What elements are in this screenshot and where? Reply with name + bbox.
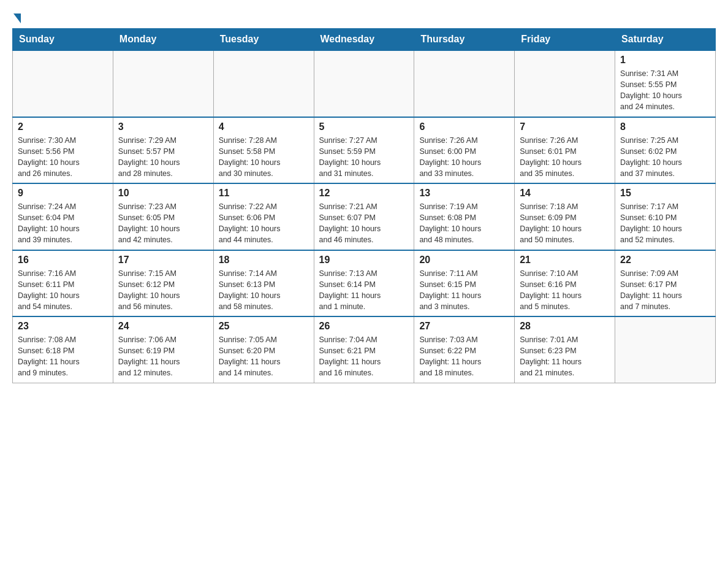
day-number: 13: [419, 188, 509, 199]
calendar-cell: 23Sunrise: 7:08 AM Sunset: 6:18 PM Dayli…: [13, 316, 113, 383]
day-number: 12: [319, 188, 409, 199]
calendar-week-row: 16Sunrise: 7:16 AM Sunset: 6:11 PM Dayli…: [13, 250, 716, 317]
day-info: Sunrise: 7:19 AM Sunset: 6:08 PM Dayligh…: [419, 201, 509, 246]
day-info: Sunrise: 7:29 AM Sunset: 5:57 PM Dayligh…: [118, 135, 208, 180]
day-number: 28: [520, 321, 610, 332]
weekday-header-thursday: Thursday: [414, 29, 515, 51]
calendar-cell: 5Sunrise: 7:27 AM Sunset: 5:59 PM Daylig…: [314, 117, 414, 184]
day-number: 5: [319, 121, 409, 132]
calendar-cell: 16Sunrise: 7:16 AM Sunset: 6:11 PM Dayli…: [13, 250, 113, 317]
calendar-cell: 2Sunrise: 7:30 AM Sunset: 5:56 PM Daylig…: [13, 117, 113, 184]
calendar-cell: 22Sunrise: 7:09 AM Sunset: 6:17 PM Dayli…: [615, 250, 716, 317]
day-info: Sunrise: 7:21 AM Sunset: 6:07 PM Dayligh…: [319, 201, 409, 246]
calendar-cell: 26Sunrise: 7:04 AM Sunset: 6:21 PM Dayli…: [314, 316, 414, 383]
day-number: 18: [219, 255, 309, 266]
day-number: 25: [219, 321, 309, 332]
day-info: Sunrise: 7:23 AM Sunset: 6:05 PM Dayligh…: [118, 201, 208, 246]
day-info: Sunrise: 7:05 AM Sunset: 6:20 PM Dayligh…: [219, 334, 309, 379]
day-info: Sunrise: 7:08 AM Sunset: 6:18 PM Dayligh…: [18, 334, 108, 379]
day-number: 24: [118, 321, 208, 332]
calendar-cell: 28Sunrise: 7:01 AM Sunset: 6:23 PM Dayli…: [515, 316, 615, 383]
day-info: Sunrise: 7:26 AM Sunset: 6:00 PM Dayligh…: [419, 135, 509, 180]
calendar-cell: 19Sunrise: 7:13 AM Sunset: 6:14 PM Dayli…: [314, 250, 414, 317]
day-number: 11: [219, 188, 309, 199]
day-number: 9: [18, 188, 108, 199]
calendar-cell: [213, 50, 314, 117]
calendar-cell: 21Sunrise: 7:10 AM Sunset: 6:16 PM Dayli…: [515, 250, 615, 317]
calendar-cell: 6Sunrise: 7:26 AM Sunset: 6:00 PM Daylig…: [414, 117, 515, 184]
day-number: 10: [118, 188, 208, 199]
day-info: Sunrise: 7:14 AM Sunset: 6:13 PM Dayligh…: [219, 268, 309, 313]
day-number: 15: [620, 188, 710, 199]
day-info: Sunrise: 7:18 AM Sunset: 6:09 PM Dayligh…: [520, 201, 610, 246]
day-info: Sunrise: 7:06 AM Sunset: 6:19 PM Dayligh…: [118, 334, 208, 379]
day-number: 19: [319, 255, 409, 266]
calendar-week-row: 1Sunrise: 7:31 AM Sunset: 5:55 PM Daylig…: [13, 50, 716, 117]
day-info: Sunrise: 7:04 AM Sunset: 6:21 PM Dayligh…: [319, 334, 409, 379]
calendar-table: SundayMondayTuesdayWednesdayThursdayFrid…: [12, 28, 716, 383]
calendar-cell: [314, 50, 414, 117]
calendar-cell: 4Sunrise: 7:28 AM Sunset: 5:58 PM Daylig…: [213, 117, 314, 184]
weekday-header-saturday: Saturday: [615, 29, 716, 51]
day-number: 4: [219, 121, 309, 132]
day-info: Sunrise: 7:01 AM Sunset: 6:23 PM Dayligh…: [520, 334, 610, 379]
logo-arrow-icon: [13, 13, 21, 23]
calendar-cell: 18Sunrise: 7:14 AM Sunset: 6:13 PM Dayli…: [213, 250, 314, 317]
weekday-header-friday: Friday: [515, 29, 615, 51]
day-info: Sunrise: 7:09 AM Sunset: 6:17 PM Dayligh…: [620, 268, 710, 313]
calendar-cell: 3Sunrise: 7:29 AM Sunset: 5:57 PM Daylig…: [113, 117, 213, 184]
day-number: 16: [18, 255, 108, 266]
calendar-week-row: 2Sunrise: 7:30 AM Sunset: 5:56 PM Daylig…: [13, 117, 716, 184]
calendar-cell: 12Sunrise: 7:21 AM Sunset: 6:07 PM Dayli…: [314, 183, 414, 250]
calendar-cell: 7Sunrise: 7:26 AM Sunset: 6:01 PM Daylig…: [515, 117, 615, 184]
day-number: 8: [620, 121, 710, 132]
day-number: 23: [18, 321, 108, 332]
calendar-cell: 8Sunrise: 7:25 AM Sunset: 6:02 PM Daylig…: [615, 117, 716, 184]
calendar-cell: 24Sunrise: 7:06 AM Sunset: 6:19 PM Dayli…: [113, 316, 213, 383]
day-info: Sunrise: 7:11 AM Sunset: 6:15 PM Dayligh…: [419, 268, 509, 313]
calendar-week-row: 9Sunrise: 7:24 AM Sunset: 6:04 PM Daylig…: [13, 183, 716, 250]
day-number: 6: [419, 121, 509, 132]
day-info: Sunrise: 7:24 AM Sunset: 6:04 PM Dayligh…: [18, 201, 108, 246]
calendar-cell: 9Sunrise: 7:24 AM Sunset: 6:04 PM Daylig…: [13, 183, 113, 250]
calendar-cell: 1Sunrise: 7:31 AM Sunset: 5:55 PM Daylig…: [615, 50, 716, 117]
day-info: Sunrise: 7:26 AM Sunset: 6:01 PM Dayligh…: [520, 135, 610, 180]
day-number: 1: [620, 55, 710, 66]
calendar-cell: 20Sunrise: 7:11 AM Sunset: 6:15 PM Dayli…: [414, 250, 515, 317]
weekday-header-monday: Monday: [113, 29, 213, 51]
calendar-cell: [113, 50, 213, 117]
calendar-cell: [615, 316, 716, 383]
day-info: Sunrise: 7:28 AM Sunset: 5:58 PM Dayligh…: [219, 135, 309, 180]
calendar-cell: [414, 50, 515, 117]
day-info: Sunrise: 7:22 AM Sunset: 6:06 PM Dayligh…: [219, 201, 309, 246]
calendar-cell: [13, 50, 113, 117]
day-number: 20: [419, 255, 509, 266]
weekday-header-sunday: Sunday: [13, 29, 113, 51]
day-info: Sunrise: 7:30 AM Sunset: 5:56 PM Dayligh…: [18, 135, 108, 180]
day-info: Sunrise: 7:17 AM Sunset: 6:10 PM Dayligh…: [620, 201, 710, 246]
day-info: Sunrise: 7:10 AM Sunset: 6:16 PM Dayligh…: [520, 268, 610, 313]
logo: [12, 12, 22, 22]
calendar-cell: 11Sunrise: 7:22 AM Sunset: 6:06 PM Dayli…: [213, 183, 314, 250]
day-info: Sunrise: 7:15 AM Sunset: 6:12 PM Dayligh…: [118, 268, 208, 313]
calendar-cell: 10Sunrise: 7:23 AM Sunset: 6:05 PM Dayli…: [113, 183, 213, 250]
calendar-cell: 17Sunrise: 7:15 AM Sunset: 6:12 PM Dayli…: [113, 250, 213, 317]
day-number: 26: [319, 321, 409, 332]
day-info: Sunrise: 7:27 AM Sunset: 5:59 PM Dayligh…: [319, 135, 409, 180]
calendar-week-row: 23Sunrise: 7:08 AM Sunset: 6:18 PM Dayli…: [13, 316, 716, 383]
calendar-cell: 27Sunrise: 7:03 AM Sunset: 6:22 PM Dayli…: [414, 316, 515, 383]
calendar-cell: 13Sunrise: 7:19 AM Sunset: 6:08 PM Dayli…: [414, 183, 515, 250]
calendar-cell: 14Sunrise: 7:18 AM Sunset: 6:09 PM Dayli…: [515, 183, 615, 250]
calendar-cell: 25Sunrise: 7:05 AM Sunset: 6:20 PM Dayli…: [213, 316, 314, 383]
weekday-header-wednesday: Wednesday: [314, 29, 414, 51]
day-info: Sunrise: 7:13 AM Sunset: 6:14 PM Dayligh…: [319, 268, 409, 313]
day-number: 3: [118, 121, 208, 132]
day-number: 7: [520, 121, 610, 132]
day-info: Sunrise: 7:31 AM Sunset: 5:55 PM Dayligh…: [620, 68, 710, 113]
day-info: Sunrise: 7:25 AM Sunset: 6:02 PM Dayligh…: [620, 135, 710, 180]
day-info: Sunrise: 7:03 AM Sunset: 6:22 PM Dayligh…: [419, 334, 509, 379]
day-number: 17: [118, 255, 208, 266]
weekday-header-tuesday: Tuesday: [213, 29, 314, 51]
day-number: 21: [520, 255, 610, 266]
day-number: 14: [520, 188, 610, 199]
